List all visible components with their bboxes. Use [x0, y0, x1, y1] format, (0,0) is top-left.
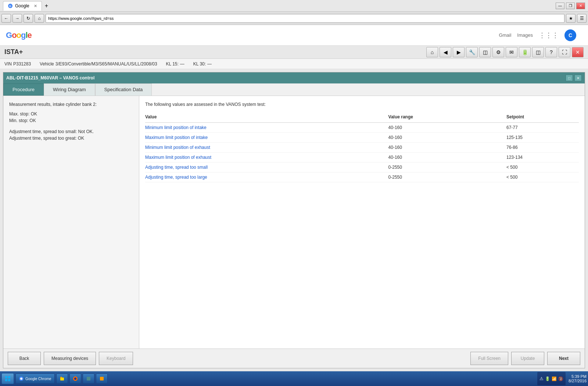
- windows-icon: [5, 376, 11, 382]
- back-button[interactable]: Back: [8, 352, 41, 365]
- taskbar-firefox[interactable]: [69, 374, 81, 384]
- spec-cell-setpoint-1: 125-135: [506, 133, 579, 143]
- svg-text:G: G: [9, 4, 11, 8]
- images-link[interactable]: Images: [517, 32, 533, 38]
- tray-icon-3: 📶: [552, 376, 557, 381]
- update-button[interactable]: Update: [511, 352, 544, 365]
- gmail-link[interactable]: Gmail: [499, 32, 511, 38]
- vehicle-value: 3/E93/Convertible/M3/S65/MANUAL/US/LL/20…: [55, 61, 157, 67]
- window-restore-button[interactable]: ❐: [566, 3, 575, 9]
- ista-help-button[interactable]: ?: [545, 47, 557, 57]
- back-nav-button[interactable]: ←: [1, 14, 11, 23]
- svg-point-7: [20, 378, 22, 380]
- ista-battery-button[interactable]: 🔋: [519, 47, 531, 57]
- kl15-value: —: [180, 61, 184, 67]
- ista-window: ABL-DIT-B1215_M60VAR – VANOS control □ ✕…: [3, 72, 585, 368]
- spec-cell-value-5: Adjusting time, spread too large: [145, 172, 388, 182]
- table-row: Maximum limit position of intake40-16012…: [145, 133, 579, 143]
- ista-app-title: ISTA+: [4, 48, 426, 56]
- kl15-label: KL 15:: [166, 61, 179, 67]
- window-minimize-button[interactable]: —: [556, 3, 564, 9]
- ista-titlebar: ISTA+ ⌂ ◀ ▶ 🔧 ◫ ⚙ ✉ 🔋 ◫ ? ⛶ ✕: [0, 46, 588, 59]
- ista-info-bar: VIN P331283 Vehicle 3/E93/Convertible/M3…: [0, 59, 588, 69]
- ista-forward-button[interactable]: ▶: [453, 47, 465, 57]
- spec-cell-setpoint-5: < 500: [506, 172, 579, 182]
- tab-specification-data[interactable]: Specification Data: [95, 83, 152, 96]
- keyboard-button[interactable]: Keyboard: [99, 352, 133, 365]
- svg-rect-13: [100, 377, 104, 380]
- address-bar[interactable]: [46, 14, 564, 23]
- browser-titlebar: G Google ✕ + — ❐ ✕: [0, 0, 588, 12]
- taskbar-ista[interactable]: [83, 374, 94, 384]
- browser-tab[interactable]: G Google ✕: [3, 1, 42, 11]
- tab-wiring-diagram[interactable]: Wiring Diagram: [44, 83, 95, 96]
- taskbar: Google Chrome ⚠ 🔋 📶 🔞 5:39 PM 8/27/2016: [0, 371, 588, 386]
- reload-button[interactable]: ↻: [24, 14, 33, 23]
- measurement-line-4: Adjustment time, spread too great: OK: [9, 136, 133, 141]
- spec-cell-value-3: Maximum limit position of exhaust: [145, 153, 388, 162]
- table-row: Adjusting time, spread too large0-2550< …: [145, 172, 579, 182]
- spec-cell-range-0: 40-160: [388, 123, 506, 133]
- spec-cell-setpoint-2: 76-86: [506, 143, 579, 153]
- taskbar-chrome[interactable]: Google Chrome: [15, 374, 55, 384]
- ista-screen-button[interactable]: ◫: [532, 47, 544, 57]
- main-content: ISTA+ ⌂ ◀ ▶ 🔧 ◫ ⚙ ✉ 🔋 ◫ ? ⛶ ✕: [0, 46, 588, 371]
- tray-icon-2: 🔋: [545, 376, 550, 381]
- svg-rect-2: [5, 376, 7, 378]
- ista-tool2-button[interactable]: ◫: [479, 47, 491, 57]
- ista-tool3-button[interactable]: ⚙: [492, 47, 504, 57]
- spec-table: Value Value range Setpoint Minimum limit…: [145, 113, 579, 182]
- full-screen-button[interactable]: Full Screen: [470, 352, 508, 365]
- col-range-header: Value range: [388, 113, 506, 123]
- col-setpoint-header: Setpoint: [506, 113, 579, 123]
- spec-cell-setpoint-3: 123-134: [506, 153, 579, 162]
- svg-rect-3: [8, 376, 10, 378]
- clock-time: 5:39 PM: [569, 374, 587, 379]
- taskbar-paint[interactable]: [96, 374, 108, 384]
- ista-tool1-button[interactable]: 🔧: [466, 47, 478, 57]
- measurement-spacer: [9, 125, 133, 129]
- new-tab-button[interactable]: +: [42, 1, 51, 11]
- measurement-line-3: Adjustment time, spread too small: Not O…: [9, 129, 133, 134]
- taskbar-files[interactable]: [56, 374, 68, 384]
- ista-window-controls: □ ✕: [566, 75, 582, 81]
- system-tray: ⚠ 🔋 📶 🔞 5:39 PM 8/27/2016: [537, 372, 587, 385]
- next-button[interactable]: Next: [547, 352, 580, 365]
- svg-point-11: [74, 378, 76, 380]
- browser-toolbar: ← → ↻ ⌂ ★ ☰: [0, 12, 588, 25]
- apps-icon[interactable]: ⋮⋮⋮: [539, 31, 559, 39]
- avatar[interactable]: C: [564, 29, 576, 41]
- bookmark-button[interactable]: ★: [566, 14, 576, 23]
- spec-cell-value-4: Adjusting time, spread too small: [145, 162, 388, 172]
- vin-info: VIN P331283: [4, 61, 31, 67]
- ista-email-button[interactable]: ✉: [506, 47, 517, 57]
- tab-procedure[interactable]: Procedure: [3, 83, 44, 96]
- tab-title: Google: [15, 3, 29, 8]
- ista-expand-button[interactable]: ⛶: [559, 47, 570, 57]
- tab-close-icon[interactable]: ✕: [34, 4, 37, 8]
- spec-cell-setpoint-0: 67-77: [506, 123, 579, 133]
- ista-toolbar: ⌂ ◀ ▶ 🔧 ◫ ⚙ ✉ 🔋 ◫ ? ⛶ ✕: [426, 47, 584, 57]
- settings-button[interactable]: ☰: [577, 14, 587, 23]
- ista-back-button[interactable]: ◀: [440, 47, 451, 57]
- ista-win-maximize-button[interactable]: □: [566, 75, 573, 81]
- table-row: Minimum limit position of exhaust40-1607…: [145, 143, 579, 153]
- svg-rect-8: [60, 378, 64, 380]
- ista-win-close-button[interactable]: ✕: [574, 75, 582, 81]
- ista-close-app-button[interactable]: ✕: [572, 47, 584, 57]
- spec-cell-setpoint-4: < 500: [506, 162, 579, 172]
- start-button[interactable]: [1, 373, 14, 384]
- window-close-button[interactable]: ✕: [576, 3, 585, 9]
- window-controls: — ❐ ✕: [556, 3, 585, 9]
- chrome-taskbar-icon: [19, 376, 24, 381]
- kl30-label: KL 30:: [193, 61, 206, 67]
- spec-cell-range-1: 40-160: [388, 133, 506, 143]
- home-button[interactable]: ⌂: [35, 14, 44, 23]
- clock-date: 8/27/2016: [569, 379, 587, 383]
- ista-home-button[interactable]: ⌂: [426, 47, 438, 57]
- forward-nav-button[interactable]: →: [12, 14, 22, 23]
- vehicle-info: Vehicle 3/E93/Convertible/M3/S65/MANUAL/…: [40, 61, 157, 67]
- paint-taskbar-icon: [99, 376, 104, 381]
- measuring-devices-button[interactable]: Measuring devices: [44, 352, 96, 365]
- procedure-panel: Measurement results, intake cylinder ban…: [3, 96, 139, 349]
